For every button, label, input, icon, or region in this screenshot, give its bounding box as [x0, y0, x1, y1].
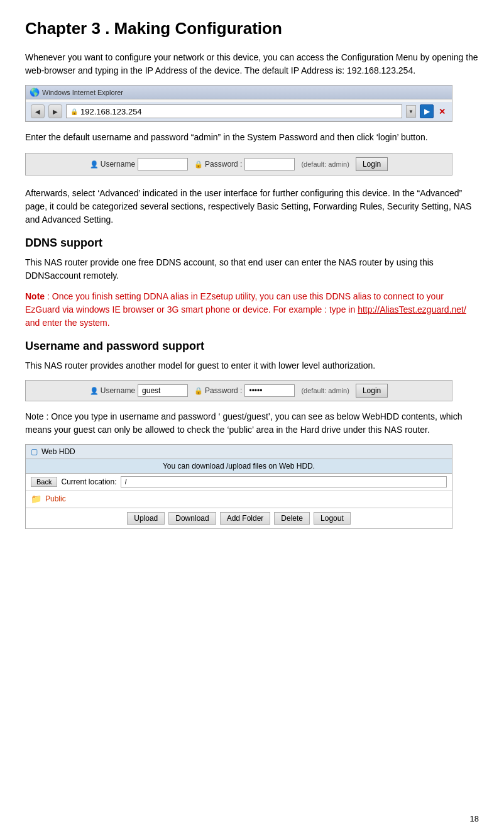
- login-button[interactable]: Login: [356, 157, 388, 171]
- webhdd-screenshot: ▢ Web HDD You can download /upload files…: [25, 444, 452, 529]
- webhdd-location-input[interactable]: [121, 476, 447, 488]
- note2-paragraph: Note : Once you type in username and pas…: [25, 410, 479, 437]
- password-label: 🔒 Password :: [194, 160, 242, 169]
- guest-username-field: 👤 Username: [90, 384, 188, 397]
- back-nav-button[interactable]: ◀: [31, 104, 45, 118]
- username-field: 👤 Username: [90, 158, 188, 170]
- webhdd-action-bar: Upload Download Add Folder Delete Logout: [26, 508, 452, 528]
- username-label: 👤 Username: [90, 160, 135, 169]
- browser-title-bar: 🌎 Windows Internet Explorer: [26, 86, 452, 99]
- guest-password-label: 🔒 Password :: [194, 386, 242, 395]
- guest-login-screenshot: 👤 Username 🔒 Password : (default: admin)…: [25, 380, 452, 401]
- close-button[interactable]: ✕: [437, 107, 447, 116]
- webhdd-file-row: 📁 Public: [26, 491, 452, 508]
- intro-paragraph1: Whenever you want to configure your netw…: [25, 51, 479, 77]
- guest-default-hint: (default: admin): [301, 387, 349, 394]
- page-number: 18: [470, 814, 479, 823]
- address-value: 192.168.123.254: [80, 107, 142, 116]
- webhdd-header: ▢ Web HDD: [26, 445, 452, 459]
- webhdd-delete-button[interactable]: Delete: [274, 512, 310, 525]
- username-password-heading: Username and password support: [25, 340, 479, 353]
- intro-section: Whenever you want to configure your netw…: [25, 51, 479, 226]
- guest-login-button[interactable]: Login: [356, 384, 388, 398]
- webhdd-add-folder-button[interactable]: Add Folder: [220, 512, 271, 525]
- browser-title-label: Windows Internet Explorer: [42, 89, 123, 96]
- webhdd-folder-name: Public: [45, 494, 66, 503]
- address-bar[interactable]: 🔒 192.168.123.254: [66, 104, 402, 118]
- webhdd-header-label: Web HDD: [41, 447, 75, 456]
- username-password-paragraph1: This NAS router provides another model f…: [25, 359, 479, 372]
- ddns-note: Note : Once you finish setting DDNA alia…: [25, 290, 479, 330]
- webhdd-back-button[interactable]: Back: [31, 477, 57, 487]
- browser-screenshot: 🌎 Windows Internet Explorer ◀ ▶ 🔒 192.16…: [25, 85, 452, 122]
- forward-nav-button[interactable]: ▶: [48, 104, 62, 118]
- note-link[interactable]: http://AliasTest.ezguard.net/: [358, 304, 466, 315]
- intro-paragraph3: Afterwards, select ‘Advanced’ indicated …: [25, 187, 479, 226]
- intro-paragraph2: Enter the default username and password …: [25, 131, 479, 144]
- ie-icon: 🌎: [30, 87, 40, 97]
- password-field: 🔒 Password :: [194, 158, 295, 170]
- guest-password-field: 🔒 Password :: [194, 384, 295, 397]
- guest-password-input[interactable]: [244, 384, 295, 397]
- dropdown-btn[interactable]: ▼: [406, 105, 416, 118]
- webhdd-info-text: You can download /upload files on Web HD…: [163, 462, 315, 471]
- guest-user-icon: 👤: [90, 387, 99, 395]
- webhdd-hdd-icon: ▢: [31, 447, 38, 456]
- webhdd-info-bar: You can download /upload files on Web HD…: [26, 459, 452, 474]
- ddns-section: DDNS support This NAS router provide one…: [25, 237, 479, 330]
- ddns-heading: DDNS support: [25, 237, 479, 250]
- ddns-paragraph1: This NAS router provide one free DDNS ac…: [25, 256, 479, 282]
- username-input[interactable]: [138, 158, 188, 170]
- guest-username-input[interactable]: [138, 384, 188, 397]
- webhdd-download-button[interactable]: Download: [168, 512, 216, 525]
- user-icon: 👤: [90, 160, 99, 169]
- page-title: Chapter 3 . Making Configuration: [25, 19, 479, 38]
- login-screenshot: 👤 Username 🔒 Password : (default: admin)…: [25, 153, 452, 176]
- guest-username-label: 👤 Username: [90, 386, 135, 395]
- padlock-icon: 🔒: [70, 108, 78, 115]
- note-bold: Note: [25, 291, 45, 301]
- folder-icon: 📁: [31, 494, 41, 504]
- webhdd-logout-button[interactable]: Logout: [314, 512, 351, 525]
- default-hint: (default: admin): [301, 160, 349, 168]
- webhdd-location-bar: Back Current location:: [26, 474, 452, 491]
- note-colon: :: [45, 291, 52, 301]
- password-input[interactable]: [244, 158, 295, 170]
- guest-lock-icon: 🔒: [194, 387, 203, 395]
- note-suffix: and enter the system.: [25, 318, 110, 328]
- webhdd-location-label: Current location:: [61, 477, 116, 486]
- go-button[interactable]: ▶: [420, 104, 434, 118]
- webhdd-upload-button[interactable]: Upload: [127, 512, 165, 525]
- lock-icon: 🔒: [194, 160, 203, 169]
- username-password-section: Username and password support This NAS r…: [25, 340, 479, 529]
